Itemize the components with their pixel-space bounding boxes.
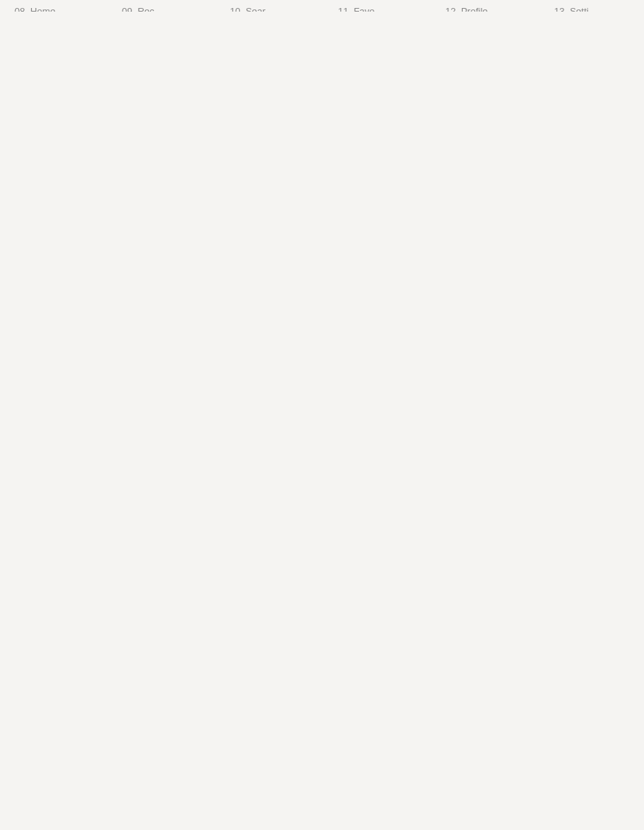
frame-label: 08. Home bbox=[15, 6, 97, 12]
frame-label: 10. Sear... bbox=[230, 6, 313, 12]
frame-label: 13. Setti... bbox=[554, 6, 637, 12]
frame-label: 09. Rec... bbox=[122, 6, 205, 12]
frame-label: 11. Favo... bbox=[338, 6, 421, 12]
frame-label: 12. Profile bbox=[445, 6, 528, 12]
